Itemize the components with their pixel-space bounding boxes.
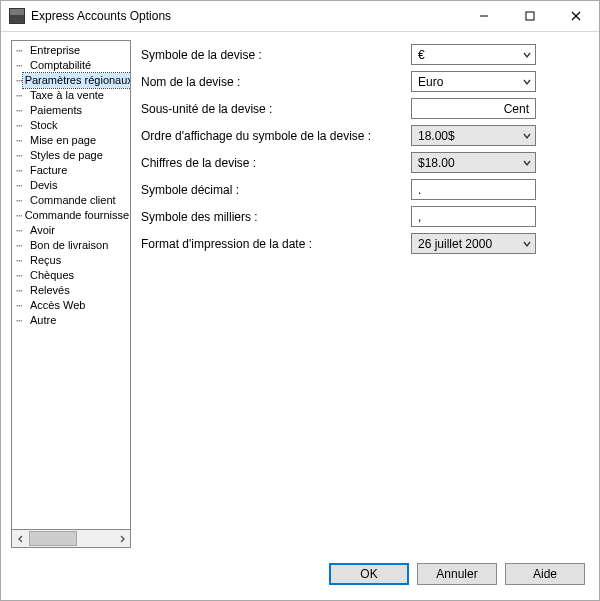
currency-name-combo[interactable]: Euro	[411, 71, 536, 92]
sidebar-item[interactable]: ⋯Taxe à la vente	[12, 88, 130, 103]
sidebar-item-label: Taxe à la vente	[28, 88, 106, 103]
sidebar-item-label: Autre	[28, 313, 58, 328]
tree-connector-icon: ⋯	[16, 133, 28, 148]
thousands-symbol-input[interactable]	[411, 206, 536, 227]
tree-connector-icon: ⋯	[16, 43, 28, 58]
sidebar-item-label: Facture	[28, 163, 69, 178]
date-format-combo[interactable]: 26 juillet 2000	[411, 233, 536, 254]
sidebar-item[interactable]: ⋯Paramètres régionaux	[12, 73, 130, 88]
scroll-track[interactable]	[29, 530, 113, 547]
tree-connector-icon: ⋯	[16, 313, 28, 328]
tree-connector-icon: ⋯	[16, 178, 28, 193]
sidebar-item[interactable]: ⋯Comptabilité	[12, 58, 130, 73]
sidebar-item[interactable]: ⋯Chèques	[12, 268, 130, 283]
settings-form: Symbole de la devise :€Nom de la devise …	[141, 40, 589, 548]
form-row-date-format: Format d'impression de la date :26 juill…	[141, 233, 589, 254]
field-label: Nom de la devise :	[141, 75, 411, 89]
currency-subunit-input[interactable]	[411, 98, 536, 119]
sidebar-item-label: Entreprise	[28, 43, 82, 58]
help-button[interactable]: Aide	[505, 563, 585, 585]
form-row-currency-digits: Chiffres de la devise :$18.00	[141, 152, 589, 173]
field-label: Symbole décimal :	[141, 183, 411, 197]
sidebar-item[interactable]: ⋯Entreprise	[12, 43, 130, 58]
tree-connector-icon: ⋯	[16, 283, 28, 298]
currency-symbol-combo[interactable]: €	[411, 44, 536, 65]
form-row-currency-name: Nom de la devise :Euro	[141, 71, 589, 92]
sidebar-item[interactable]: ⋯Styles de page	[12, 148, 130, 163]
scroll-right-button[interactable]	[113, 530, 130, 547]
scroll-thumb[interactable]	[29, 531, 77, 546]
decimal-symbol-input[interactable]	[411, 179, 536, 200]
sidebar-item-label: Avoir	[28, 223, 57, 238]
sidebar-item-label: Chèques	[28, 268, 76, 283]
tree-connector-icon: ⋯	[16, 163, 28, 178]
form-row-currency-subunit: Sous-unité de la devise :	[141, 98, 589, 119]
sidebar-item-label: Comptabilité	[28, 58, 93, 73]
sidebar: ⋯Entreprise⋯Comptabilité⋯Paramètres régi…	[11, 40, 131, 548]
field-label: Symbole de la devise :	[141, 48, 411, 62]
sidebar-item-label: Reçus	[28, 253, 63, 268]
sidebar-item[interactable]: ⋯Relevés	[12, 283, 130, 298]
svg-rect-1	[526, 12, 534, 20]
dialog-footer: OK Annuler Aide	[1, 554, 599, 600]
sidebar-item-label: Paramètres régionaux	[23, 73, 131, 88]
body: ⋯Entreprise⋯Comptabilité⋯Paramètres régi…	[1, 32, 599, 554]
cancel-button[interactable]: Annuler	[417, 563, 497, 585]
category-tree[interactable]: ⋯Entreprise⋯Comptabilité⋯Paramètres régi…	[11, 40, 131, 530]
sidebar-item[interactable]: ⋯Commande fournisseur	[12, 208, 130, 223]
tree-connector-icon: ⋯	[16, 88, 28, 103]
sidebar-item[interactable]: ⋯Mise en page	[12, 133, 130, 148]
sidebar-item[interactable]: ⋯Avoir	[12, 223, 130, 238]
ok-button[interactable]: OK	[329, 563, 409, 585]
sidebar-item-label: Paiements	[28, 103, 84, 118]
sidebar-item-label: Accès Web	[28, 298, 87, 313]
tree-connector-icon: ⋯	[16, 118, 28, 133]
form-row-symbol-order: Ordre d'affichage du symbole de la devis…	[141, 125, 589, 146]
sidebar-item[interactable]: ⋯Reçus	[12, 253, 130, 268]
sidebar-item[interactable]: ⋯Paiements	[12, 103, 130, 118]
combo-value: Euro	[412, 75, 518, 89]
window-title: Express Accounts Options	[31, 9, 171, 23]
titlebar: Express Accounts Options	[1, 1, 599, 32]
tree-connector-icon: ⋯	[16, 193, 28, 208]
symbol-order-combo[interactable]: 18.00$	[411, 125, 536, 146]
tree-connector-icon: ⋯	[16, 268, 28, 283]
form-row-thousands-symbol: Symbole des milliers :	[141, 206, 589, 227]
field-label: Sous-unité de la devise :	[141, 102, 411, 116]
chevron-down-icon	[518, 45, 535, 64]
tree-connector-icon: ⋯	[16, 148, 28, 163]
sidebar-item-label: Devis	[28, 178, 60, 193]
chevron-down-icon	[518, 126, 535, 145]
sidebar-item-label: Bon de livraison	[28, 238, 110, 253]
app-icon	[9, 8, 25, 24]
tree-connector-icon: ⋯	[16, 223, 28, 238]
close-button[interactable]	[553, 1, 599, 31]
sidebar-hscrollbar[interactable]	[11, 530, 131, 548]
sidebar-item-label: Commande client	[28, 193, 118, 208]
sidebar-item[interactable]: ⋯Bon de livraison	[12, 238, 130, 253]
tree-connector-icon: ⋯	[16, 238, 28, 253]
combo-value: €	[412, 48, 518, 62]
combo-value: 26 juillet 2000	[412, 237, 518, 251]
form-row-decimal-symbol: Symbole décimal :	[141, 179, 589, 200]
sidebar-item-label: Commande fournisseur	[23, 208, 131, 223]
combo-value: 18.00$	[412, 129, 518, 143]
sidebar-item[interactable]: ⋯Stock	[12, 118, 130, 133]
sidebar-item[interactable]: ⋯Commande client	[12, 193, 130, 208]
sidebar-item-label: Relevés	[28, 283, 72, 298]
sidebar-item[interactable]: ⋯Devis	[12, 178, 130, 193]
sidebar-item[interactable]: ⋯Autre	[12, 313, 130, 328]
sidebar-item[interactable]: ⋯Facture	[12, 163, 130, 178]
field-label: Ordre d'affichage du symbole de la devis…	[141, 129, 411, 143]
field-label: Symbole des milliers :	[141, 210, 411, 224]
sidebar-item-label: Mise en page	[28, 133, 98, 148]
currency-digits-combo[interactable]: $18.00	[411, 152, 536, 173]
sidebar-item[interactable]: ⋯Accès Web	[12, 298, 130, 313]
form-row-currency-symbol: Symbole de la devise :€	[141, 44, 589, 65]
minimize-button[interactable]	[461, 1, 507, 31]
tree-connector-icon: ⋯	[16, 73, 23, 88]
maximize-button[interactable]	[507, 1, 553, 31]
sidebar-item-label: Stock	[28, 118, 60, 133]
tree-connector-icon: ⋯	[16, 208, 23, 223]
scroll-left-button[interactable]	[12, 530, 29, 547]
